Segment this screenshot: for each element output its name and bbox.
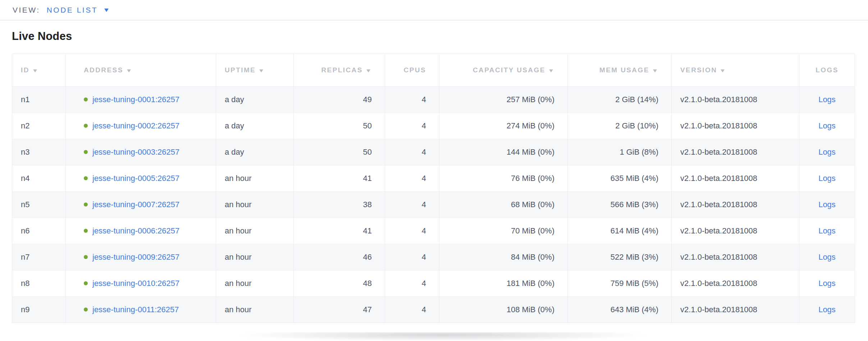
table-row: n8jesse-tuning-0010:26257an hour484181 M… [12,270,855,297]
node-cpus-cell: 4 [385,270,439,297]
node-cpus-cell: 4 [385,192,439,218]
column-header-uptime[interactable]: UPTIME▼ [216,54,294,87]
node-mem-cell: 522 MiB (3%) [568,244,672,270]
node-logs-link[interactable]: Logs [818,253,836,262]
column-header-cpus: CPUS [385,54,439,87]
node-cpus-cell: 4 [385,297,439,323]
node-logs-link[interactable]: Logs [818,95,836,104]
column-header-mem-usage[interactable]: MEM USAGE▼ [568,54,672,87]
node-replicas-cell: 50 [294,113,385,139]
node-mem-cell: 2 GiB (10%) [568,113,672,139]
table-row: n1jesse-tuning-0001:26257a day494257 MiB… [12,87,855,113]
node-address-link[interactable]: jesse-tuning-0011:26257 [92,305,179,314]
node-address-cell: jesse-tuning-0010:26257 [66,270,216,297]
node-mem-cell: 2 GiB (14%) [568,87,672,113]
node-replicas-cell: 50 [294,139,385,165]
node-uptime-cell: an hour [216,218,294,244]
node-version-cell: v2.1.0-beta.20181008 [672,218,799,244]
node-address-link[interactable]: jesse-tuning-0010:26257 [92,279,179,288]
node-logs-cell: Logs [799,87,855,113]
node-replicas-cell: 38 [294,192,385,218]
column-header-address[interactable]: ADDRESS▼ [66,54,216,87]
node-address-cell: jesse-tuning-0002:26257 [66,113,216,139]
node-capacity-cell: 181 MiB (0%) [439,270,568,297]
node-address-link[interactable]: jesse-tuning-0006:26257 [92,226,179,235]
node-address-cell: jesse-tuning-0009:26257 [66,244,216,270]
node-logs-link[interactable]: Logs [818,200,836,209]
node-version-cell: v2.1.0-beta.20181008 [672,192,799,218]
node-address-cell: jesse-tuning-0005:26257 [66,165,216,192]
node-health-ok-icon [84,124,88,128]
node-logs-link[interactable]: Logs [818,279,836,288]
node-id-cell: n8 [12,270,66,297]
node-logs-link[interactable]: Logs [818,121,836,130]
node-cpus-cell: 4 [385,113,439,139]
node-mem-cell: 643 MiB (4%) [568,297,672,323]
node-logs-link[interactable]: Logs [818,305,836,314]
node-uptime-cell: an hour [216,165,294,192]
node-logs-cell: Logs [799,192,855,218]
node-cpus-cell: 4 [385,139,439,165]
node-version-cell: v2.1.0-beta.20181008 [672,270,799,297]
node-address-cell: jesse-tuning-0003:26257 [66,139,216,165]
node-uptime-cell: an hour [216,192,294,218]
node-address-link[interactable]: jesse-tuning-0005:26257 [92,174,179,183]
sort-arrow-icon: ▼ [125,68,133,73]
node-replicas-cell: 41 [294,165,385,192]
node-address-link[interactable]: jesse-tuning-0007:26257 [92,200,179,209]
node-capacity-cell: 257 MiB (0%) [439,87,568,113]
node-capacity-cell: 144 MiB (0%) [439,139,568,165]
node-id-cell: n7 [12,244,66,270]
node-logs-cell: Logs [799,218,855,244]
view-bar: VIEW: NODE LIST ▼ [0,0,868,21]
node-address-link[interactable]: jesse-tuning-0009:26257 [92,253,179,262]
node-replicas-cell: 46 [294,244,385,270]
node-logs-cell: Logs [799,270,855,297]
column-header-id[interactable]: ID▼ [12,54,66,87]
node-mem-cell: 614 MiB (4%) [568,218,672,244]
node-logs-link[interactable]: Logs [818,174,836,183]
node-health-ok-icon [84,150,88,154]
column-header-replicas[interactable]: REPLICAS▼ [294,54,385,87]
table-row: n7jesse-tuning-0009:26257an hour46484 Mi… [12,244,855,270]
column-header-version[interactable]: VERSION▼ [672,54,799,87]
node-health-ok-icon [84,203,88,206]
node-version-cell: v2.1.0-beta.20181008 [672,87,799,113]
node-address-cell: jesse-tuning-0006:26257 [66,218,216,244]
node-mem-cell: 635 MiB (4%) [568,165,672,192]
node-health-ok-icon [84,229,88,233]
node-health-ok-icon [84,281,88,285]
node-address-cell: jesse-tuning-0011:26257 [66,297,216,323]
node-logs-link[interactable]: Logs [818,147,836,156]
node-uptime-cell: a day [216,139,294,165]
node-version-cell: v2.1.0-beta.20181008 [672,165,799,192]
node-health-ok-icon [84,176,88,180]
chevron-down-icon: ▼ [103,7,110,13]
table-row: n6jesse-tuning-0006:26257an hour41470 Mi… [12,218,855,244]
column-header-capacity-usage[interactable]: CAPACITY USAGE▼ [439,54,568,87]
offscreen-element-shadow [169,332,716,341]
page-title: Live Nodes [12,30,855,43]
node-logs-link[interactable]: Logs [818,226,836,235]
node-address-link[interactable]: jesse-tuning-0001:26257 [92,95,179,104]
node-version-cell: v2.1.0-beta.20181008 [672,297,799,323]
node-id-cell: n9 [12,297,66,323]
node-uptime-cell: an hour [216,297,294,323]
table-row: n9jesse-tuning-0011:26257an hour474108 M… [12,297,855,323]
view-selector-value: NODE LIST [47,6,98,14]
node-id-cell: n1 [12,87,66,113]
live-nodes-section: Live Nodes ID▼ ADDRESS▼ UPTIME▼ REPLICAS… [0,21,868,323]
node-address-link[interactable]: jesse-tuning-0002:26257 [92,121,179,130]
view-selector-dropdown[interactable]: NODE LIST ▼ [47,6,109,14]
node-uptime-cell: an hour [216,244,294,270]
table-row: n5jesse-tuning-0007:26257an hour38468 Mi… [12,192,855,218]
sort-arrow-icon: ▼ [652,68,659,73]
node-address-link[interactable]: jesse-tuning-0003:26257 [92,147,179,156]
node-id-cell: n2 [12,113,66,139]
node-replicas-cell: 41 [294,218,385,244]
table-row: n4jesse-tuning-0005:26257an hour41476 Mi… [12,165,855,192]
node-replicas-cell: 47 [294,297,385,323]
node-cpus-cell: 4 [385,87,439,113]
live-nodes-table: ID▼ ADDRESS▼ UPTIME▼ REPLICAS▼ CPUS CAPA… [12,54,855,323]
node-health-ok-icon [84,97,88,101]
